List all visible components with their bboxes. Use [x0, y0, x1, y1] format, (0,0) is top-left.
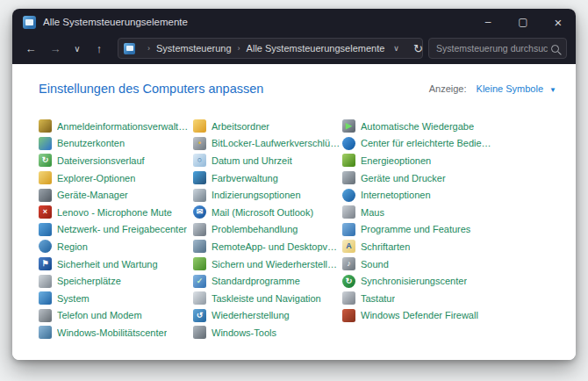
control-panel-item[interactable]: Geräte-Manager	[39, 186, 193, 204]
control-panel-item[interactable]: ○ Datum und Uhrzeit	[193, 152, 342, 169]
item-label: System	[57, 293, 90, 304]
control-panel-item[interactable]: Center für erleichterte Bedienung	[342, 135, 493, 153]
ease-of-access-icon	[342, 137, 355, 150]
sound-icon: ♪	[342, 257, 355, 270]
item-label: Explorer-Optionen	[57, 173, 135, 183]
content-header: Einstellungen des Computers anpassen Anz…	[12, 64, 576, 96]
date-time-icon: ○	[193, 154, 206, 167]
control-panel-item[interactable]: Benutzerkonten	[39, 135, 193, 153]
control-panel-item[interactable]: Problembehandlung	[193, 221, 342, 239]
control-panel-item[interactable]: ↺ Wiederherstellung	[193, 307, 342, 325]
item-label: Geräte und Drucker	[361, 173, 446, 183]
page-title: Einstellungen des Computers anpassen	[39, 82, 429, 96]
control-panel-item[interactable]: ⚑ Sicherheit und Wartung	[39, 255, 193, 273]
control-panel-item[interactable]: ↻ Dateiversionsverlauf	[39, 152, 193, 169]
control-panel-item[interactable]: ✉ Mail (Microsoft Outlook)	[193, 204, 342, 221]
control-panel-item[interactable]: Maus	[342, 204, 493, 221]
control-panel-item[interactable]: Anmeldeinformationsverwaltung	[39, 118, 193, 135]
storage-spaces-icon	[39, 275, 52, 288]
item-label: Sichern und Wiederherstellen (Wind...	[212, 259, 342, 270]
address-bar[interactable]: › Systemsteuerung › Alle Systemsteuerung…	[118, 38, 423, 59]
view-label: Anzeige:	[429, 83, 467, 94]
control-panel-item[interactable]: Telefon und Modem	[39, 307, 193, 325]
search-box[interactable]	[428, 38, 567, 59]
control-panel-item[interactable]: Taskleiste und Navigation	[193, 290, 342, 307]
control-panel-item[interactable]: • BitLocker-Laufwerkverschlüsselung	[193, 135, 342, 153]
control-panel-item[interactable]: Tastatur	[342, 290, 493, 307]
control-panel-item[interactable]: Farbverwaltung	[193, 169, 342, 187]
devices-printers-icon	[342, 171, 355, 184]
item-label: Windows-Tools	[212, 327, 276, 338]
control-panel-item[interactable]: Windows-Mobilitätscenter	[39, 324, 193, 341]
item-label: Schriftarten	[361, 241, 410, 252]
forward-button[interactable]: →	[44, 37, 67, 60]
control-panel-window: Alle Systemsteuerungselemente – ▢ × ← → …	[12, 9, 576, 360]
control-panel-item[interactable]: Geräte und Drucker	[342, 169, 493, 187]
credential-manager-icon	[39, 119, 52, 133]
control-panel-item[interactable]: Windows Defender Firewall	[342, 307, 493, 325]
indexing-options-icon	[193, 189, 206, 202]
title-bar: Alle Systemsteuerungselemente – ▢ ×	[12, 9, 576, 35]
control-panel-item[interactable]: Region	[39, 238, 193, 255]
minimize-button[interactable]: –	[470, 9, 506, 35]
control-panel-item[interactable]: ▶ Automatische Wiedergabe	[342, 118, 493, 135]
programs-features-icon	[342, 223, 355, 236]
control-panel-item[interactable]: Arbeitsordner	[193, 118, 342, 135]
control-panel-item[interactable]: ✓ Standardprogramme	[193, 272, 342, 290]
view-dropdown[interactable]: Kleine Symbole	[477, 83, 543, 94]
mobility-center-icon	[39, 326, 52, 339]
control-panel-item[interactable]: Indizierungsoptionen	[193, 186, 342, 204]
recovery-icon: ↺	[193, 309, 206, 322]
sync-center-icon: ↻	[342, 275, 355, 288]
control-panel-item[interactable]: Energieoptionen	[342, 152, 493, 169]
recent-locations-button[interactable]: ∨	[68, 37, 86, 60]
chevron-down-icon[interactable]: ▼	[549, 86, 556, 94]
item-label: Dateiversionsverlauf	[57, 155, 145, 166]
control-panel-item[interactable]: ↻ Synchronisierungscenter	[342, 272, 493, 290]
control-panel-item[interactable]: ♪ Sound	[342, 255, 493, 273]
item-label: BitLocker-Laufwerkverschlüsselung	[212, 138, 342, 148]
internet-options-icon	[342, 189, 355, 202]
device-manager-icon	[39, 189, 52, 202]
keyboard-icon	[342, 291, 355, 305]
item-label: Anmeldeinformationsverwaltung	[57, 121, 193, 132]
system-icon	[39, 291, 52, 305]
search-icon[interactable]	[551, 45, 559, 53]
control-panel-item[interactable]: Netzwerk- und Freigabecenter	[39, 221, 193, 239]
control-panel-item[interactable]: Internetoptionen	[342, 186, 493, 204]
address-dropdown-icon[interactable]: ∨	[384, 44, 408, 53]
power-options-icon	[342, 154, 355, 167]
item-label: Datum und Uhrzeit	[212, 155, 292, 166]
close-button[interactable]: ×	[541, 9, 576, 35]
lenovo-mic-mute-icon: ×	[39, 205, 52, 219]
work-folders-icon	[193, 119, 206, 133]
control-panel-item[interactable]: Sichern und Wiederherstellen (Wind...	[193, 255, 342, 273]
control-panel-item[interactable]: × Lenovo - Microphone Mute	[39, 204, 193, 221]
breadcrumb-systemsteuerung[interactable]: Systemsteuerung	[156, 43, 232, 54]
maximize-button[interactable]: ▢	[506, 9, 541, 35]
item-label: Sicherheit und Wartung	[57, 259, 158, 270]
bitlocker-icon: •	[193, 137, 206, 150]
item-label: Taskleiste und Navigation	[212, 293, 321, 304]
control-panel-item[interactable]: Speicherplätze	[39, 272, 193, 290]
search-input[interactable]	[436, 43, 548, 54]
control-panel-item[interactable]: RemoteApp- und Desktopverbindun...	[193, 238, 342, 255]
control-panel-item[interactable]: Explorer-Optionen	[39, 169, 193, 187]
item-label: Tastatur	[361, 293, 395, 304]
item-label: Problembehandlung	[212, 224, 298, 234]
color-management-icon	[193, 171, 206, 184]
control-panel-item[interactable]: Programme und Features	[342, 221, 493, 239]
item-label: Automatische Wiedergabe	[361, 121, 474, 132]
back-button[interactable]: ←	[19, 37, 42, 60]
window-title: Alle Systemsteuerungselemente	[43, 17, 470, 27]
refresh-icon[interactable]: ↻	[408, 42, 427, 55]
control-panel-item[interactable]: A Schriftarten	[342, 238, 493, 255]
item-label: Windows-Mobilitätscenter	[57, 327, 167, 338]
region-icon	[39, 240, 52, 253]
control-panel-icon	[23, 16, 36, 29]
control-panel-item[interactable]: Windows-Tools	[193, 324, 342, 341]
breadcrumb-alle-systemsteuerungselemente[interactable]: Alle Systemsteuerungselemente	[247, 43, 385, 54]
control-panel-item[interactable]: System	[39, 290, 193, 307]
item-label: Synchronisierungscenter	[361, 276, 467, 286]
up-button[interactable]: ↑	[88, 37, 111, 60]
